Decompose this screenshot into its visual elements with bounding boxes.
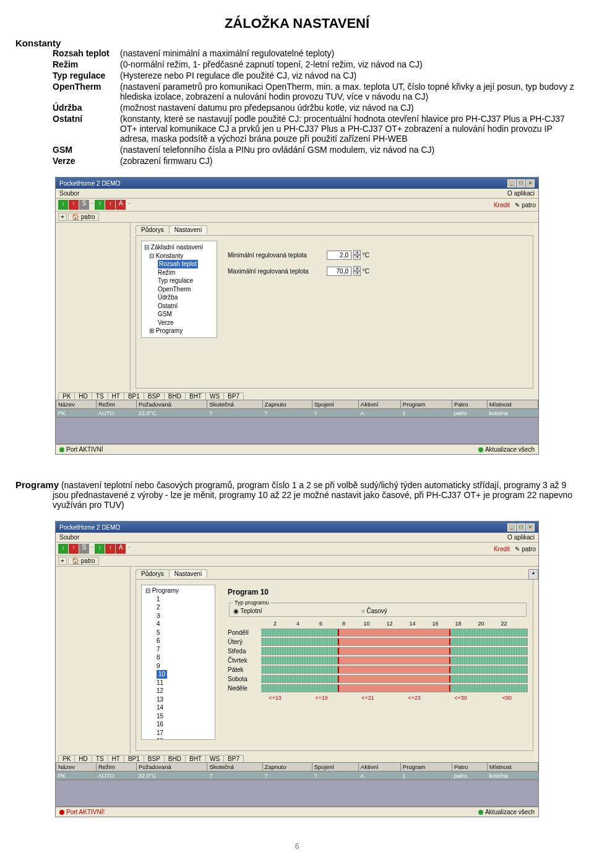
grid-header: Režim [96, 763, 136, 771]
toolbar-icon-6[interactable]: A [116, 200, 126, 210]
program-list-item[interactable]: 11 [157, 679, 213, 687]
toolbar-icon-2[interactable]: ↑ [69, 544, 79, 554]
bottom-tab[interactable]: BP1 [124, 755, 144, 762]
program-list-item[interactable]: 18 [157, 737, 213, 740]
radio-casovy[interactable]: ○ Časový [361, 608, 387, 614]
bottom-tab[interactable]: HT [108, 755, 124, 762]
day-timeline-bar[interactable] [261, 684, 528, 692]
program-list-item[interactable]: 6 [157, 637, 213, 645]
bottom-tab[interactable]: BSP [144, 392, 165, 400]
bottom-tab[interactable]: BSP [144, 755, 165, 762]
program-list-item[interactable]: 16 [157, 720, 213, 729]
bottom-tab[interactable]: TS [92, 755, 108, 762]
toolbar-icon-4[interactable]: ↕ [95, 544, 105, 554]
bottom-tab[interactable]: BHT [185, 755, 206, 762]
day-timeline-bar[interactable] [261, 629, 528, 637]
toolbar-icon-5[interactable]: ↕ [105, 544, 115, 554]
table-row[interactable]: PKAUTO22.0°C???A1patrokotelna [56, 771, 538, 780]
program-list-item[interactable]: 3 [157, 612, 213, 621]
bottom-tab[interactable]: BHD [164, 755, 186, 762]
max-temp-input[interactable]: 70,0 [327, 267, 351, 276]
minimize-icon[interactable]: _ [507, 179, 516, 187]
expand-floor-icon[interactable]: + [58, 557, 67, 565]
def-desc: (zobrazení firmwaru CJ) [120, 156, 579, 166]
toolbar-icon-6[interactable]: A [116, 544, 126, 554]
floor-dropdown-label[interactable]: patro [522, 202, 536, 208]
day-timeline-bar[interactable] [261, 647, 528, 655]
toolbar-icon-3[interactable]: S [79, 544, 89, 554]
bottom-tab[interactable]: BP7 [223, 755, 244, 762]
kredit-label[interactable]: Kredit [494, 546, 510, 552]
bottom-tab[interactable]: HD [74, 755, 92, 762]
program-timeline[interactable]: 246810121416182022 PondělíÚterýStředaČtv… [228, 621, 528, 701]
max-temp-spinner[interactable]: ▴▾ [353, 266, 361, 276]
bottom-tab[interactable]: PK [58, 392, 75, 400]
expand-floor-icon[interactable]: + [58, 213, 67, 221]
toolbar-icon-4[interactable]: ↕ [95, 200, 105, 210]
update-all-button[interactable]: Aktualizace všech [485, 809, 535, 815]
kredit-label[interactable]: Kredit [494, 202, 510, 208]
toolbar-icon-1[interactable]: ↓ [58, 544, 68, 554]
program-list-item[interactable]: 8 [157, 653, 213, 662]
bottom-tab[interactable]: PK [58, 755, 75, 762]
program-list-item[interactable]: 12 [157, 687, 213, 695]
program-list-item[interactable]: 4 [157, 620, 213, 629]
close-icon[interactable]: × [526, 523, 535, 531]
program-list-item[interactable]: 10 [157, 670, 213, 679]
toolbar-icon-1[interactable]: ↓ [58, 200, 68, 210]
bottom-tab[interactable]: BP1 [124, 392, 144, 400]
maximize-icon[interactable]: □ [517, 523, 525, 531]
menu-about[interactable]: O aplikaci [507, 190, 535, 197]
tab-pudorys[interactable]: Půdorys [136, 225, 170, 234]
program-list-item[interactable]: 2 [157, 603, 213, 612]
bottom-tab[interactable]: TS [92, 392, 108, 400]
bottom-tab[interactable]: HD [74, 392, 92, 400]
program-list[interactable]: ⊟ Programy12345678910111213141516171819 [141, 585, 215, 740]
program-list-item[interactable]: 13 [157, 695, 213, 704]
day-timeline-bar[interactable] [261, 675, 528, 683]
toolbar-icon-3[interactable]: S [79, 200, 89, 210]
maximize-icon[interactable]: □ [517, 179, 525, 187]
legend-item: <50 [496, 695, 519, 701]
close-icon[interactable]: × [526, 179, 535, 187]
tab-pudorys[interactable]: Půdorys [136, 569, 170, 578]
program-list-item[interactable]: 9 [157, 662, 213, 671]
update-all-button[interactable]: Aktualizace všech [485, 446, 535, 453]
grid-header: Režim [96, 400, 136, 409]
menu-about[interactable]: O aplikaci [507, 534, 535, 541]
program-type-group: Typ programu ◉ Teplotní ○ Časový [229, 599, 527, 617]
floor-dropdown-label[interactable]: patro [522, 546, 536, 552]
bottom-tab[interactable]: BHD [164, 392, 186, 400]
floor-button[interactable]: 🏠 patro [68, 557, 99, 565]
def-desc: (konstanty, které se nastavují podle pou… [120, 114, 579, 144]
program-list-item[interactable]: 1 [157, 595, 213, 604]
program-list-item[interactable]: 17 [157, 729, 213, 737]
table-row[interactable]: PKAUTO22.0°C???A1patrokotelna [56, 409, 538, 418]
radio-teplotni[interactable]: ◉ Teplotní [233, 608, 262, 614]
min-temp-input[interactable]: 2,0 [327, 251, 351, 260]
day-timeline-bar[interactable] [261, 638, 528, 646]
settings-tree[interactable]: ⊟ Základní nastavení ⊟ Konstanty Rozsah … [141, 241, 217, 338]
day-timeline-bar[interactable] [261, 666, 528, 674]
program-list-item[interactable]: 7 [157, 645, 213, 654]
max-temp-unit: °C [363, 268, 369, 275]
min-temp-spinner[interactable]: ▴▾ [353, 250, 361, 260]
scroll-up-icon[interactable]: ▴ [528, 569, 538, 580]
toolbar-icon-5[interactable]: ↕ [105, 200, 115, 210]
bottom-tab[interactable]: HT [108, 392, 124, 400]
bottom-tab[interactable]: BP7 [223, 392, 244, 400]
bottom-tab[interactable]: WS [205, 392, 224, 400]
floor-button[interactable]: 🏠 patro [68, 213, 99, 221]
tab-nastaveni[interactable]: Nastaveni [169, 569, 207, 578]
program-list-item[interactable]: 5 [157, 629, 213, 637]
menu-file[interactable]: Soubor [59, 534, 79, 541]
toolbar-icon-2[interactable]: ↑ [69, 200, 79, 210]
bottom-tab[interactable]: WS [205, 755, 224, 762]
program-list-item[interactable]: 15 [157, 712, 213, 721]
bottom-tab[interactable]: BHT [185, 392, 206, 400]
program-list-item[interactable]: 14 [157, 703, 213, 712]
minimize-icon[interactable]: _ [507, 523, 516, 531]
tab-nastaveni[interactable]: Nastaveni [169, 225, 207, 234]
day-timeline-bar[interactable] [261, 656, 528, 664]
menu-file[interactable]: Soubor [59, 190, 79, 197]
